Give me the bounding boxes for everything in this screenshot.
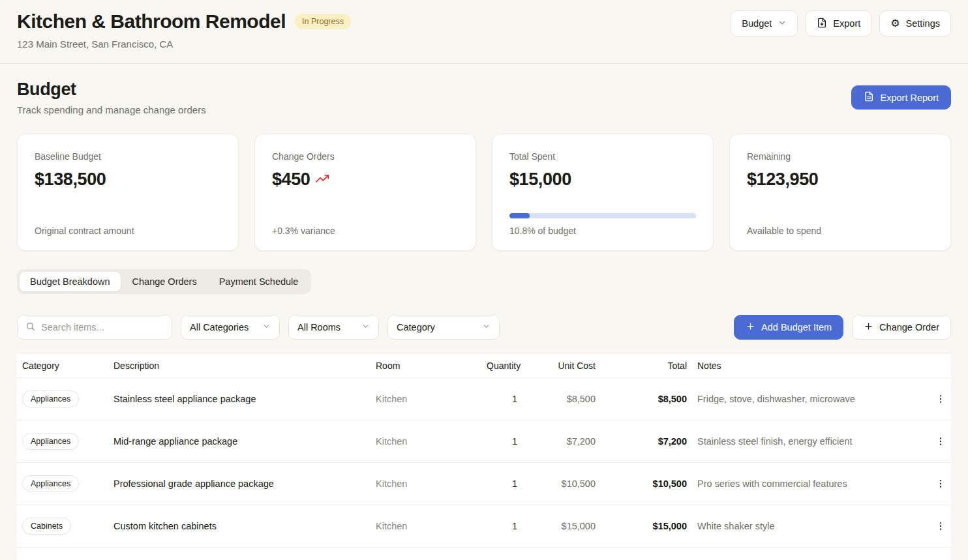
plus-icon [746, 321, 755, 333]
stat-card-change-orders: Change Orders $450 +0.3% variance [254, 134, 476, 251]
chevron-down-icon [262, 322, 271, 332]
stat-label: Total Spent [509, 151, 696, 162]
row-room: Kitchen [371, 394, 481, 404]
stat-label: Change Orders [272, 151, 459, 162]
project-address: 123 Main Street, San Francisco, CA [17, 38, 351, 50]
row-unit-cost: $10,500 [517, 479, 596, 489]
row-menu-button[interactable] [930, 389, 951, 409]
chevron-down-icon [361, 322, 370, 332]
category-badge: Appliances [22, 433, 79, 450]
add-budget-item-button[interactable]: Add Budget Item [734, 315, 843, 340]
row-description: Professional grade appliance package [108, 479, 371, 489]
tab-budget-breakdown[interactable]: Budget Breakdown [20, 272, 121, 291]
stat-value: $450 [272, 169, 310, 190]
stat-card-baseline-budget: Baseline Budget $138,500 Original contra… [17, 134, 239, 251]
row-quantity: 1 [481, 521, 517, 531]
row-room: Kitchen [371, 479, 481, 489]
col-category: Category [17, 361, 108, 371]
group-by-select[interactable]: Category [387, 315, 500, 340]
table-row: Cabinets Semi-custom kitchen cabinets Ki… [17, 548, 951, 560]
categories-select[interactable]: All Categories [181, 315, 280, 340]
export-label: Export [833, 18, 860, 29]
table-row: Appliances Mid-range appliance package K… [17, 420, 951, 463]
stat-caption: 10.8% of budget [509, 226, 696, 236]
add-budget-item-label: Add Budget Item [761, 322, 832, 332]
table-row: Appliances Stainless steel appliance pac… [17, 378, 951, 420]
row-menu-button[interactable] [930, 431, 951, 452]
document-icon [864, 91, 874, 104]
category-badge: Appliances [22, 475, 79, 492]
row-total: $7,200 [596, 436, 687, 447]
search-input[interactable] [41, 322, 164, 332]
change-order-button[interactable]: Change Order [852, 315, 951, 340]
export-report-button[interactable]: Export Report [851, 85, 951, 110]
col-notes: Notes [687, 361, 922, 371]
chevron-down-icon [778, 18, 787, 29]
tab-change-orders[interactable]: Change Orders [122, 272, 207, 291]
stat-caption: Available to spend [747, 226, 933, 236]
row-total: $10,500 [596, 479, 687, 489]
export-report-label: Export Report [881, 93, 939, 103]
stat-value: $138,500 [35, 169, 106, 190]
budget-progress-bar [509, 213, 696, 218]
chevron-down-icon [482, 322, 491, 332]
export-button[interactable]: Export [806, 10, 871, 37]
search-box[interactable] [17, 315, 172, 340]
tab-payment-schedule[interactable]: Payment Schedule [209, 272, 309, 291]
header-left: Kitchen & Bathroom Remodel In Progress 1… [17, 10, 351, 63]
col-room: Room [371, 361, 481, 371]
categories-select-value: All Categories [190, 322, 249, 332]
row-total: $8,500 [596, 394, 687, 404]
file-download-icon [817, 18, 827, 30]
row-room: Kitchen [371, 436, 481, 447]
stat-value: $15,000 [509, 169, 571, 190]
stat-caption: Original contract amount [35, 226, 221, 236]
row-description: Custom kitchen cabinets [108, 521, 371, 531]
change-order-label: Change Order [879, 322, 939, 332]
tabs-wrap: Budget Breakdown Change Orders Payment S… [0, 251, 968, 294]
header-actions: Budget Export ⚙ Settings [731, 10, 951, 63]
category-badge: Appliances [22, 391, 79, 407]
page-subtitle: Track spending and manage change orders [17, 104, 206, 115]
project-title: Kitchen & Bathroom Remodel [17, 10, 286, 33]
budget-progress-fill [509, 213, 530, 218]
col-quantity: Quantity [481, 361, 517, 371]
row-description: Stainless steel appliance package [108, 394, 371, 404]
stat-card-total-spent: Total Spent $15,000 10.8% of budget [492, 134, 714, 251]
search-icon [25, 321, 35, 334]
settings-label: Settings [906, 18, 940, 29]
stat-caption: +0.3% variance [272, 226, 459, 236]
row-unit-cost: $8,500 [517, 394, 596, 404]
page-title: Budget [17, 80, 206, 100]
row-room: Kitchen [371, 521, 481, 531]
row-description: Mid-range appliance package [108, 436, 371, 447]
plus-icon [864, 321, 873, 333]
row-total: $15,000 [596, 521, 687, 531]
col-description: Description [108, 361, 371, 371]
table-header-row: Category Description Room Quantity Unit … [17, 353, 951, 378]
table-row: Appliances Professional grade appliance … [17, 463, 951, 505]
stat-label: Remaining [747, 151, 933, 162]
row-menu-button[interactable] [930, 516, 951, 537]
rooms-select-value: All Rooms [297, 322, 340, 332]
budget-dropdown-button[interactable]: Budget [731, 10, 798, 37]
col-total: Total [596, 361, 687, 371]
stat-cards: Baseline Budget $138,500 Original contra… [0, 115, 968, 251]
status-badge: In Progress [295, 14, 351, 29]
stat-label: Baseline Budget [35, 151, 221, 162]
col-unit-cost: Unit Cost [517, 361, 596, 371]
category-badge: Cabinets [22, 518, 71, 535]
tab-group: Budget Breakdown Change Orders Payment S… [17, 269, 311, 294]
row-notes: White shaker style [687, 521, 922, 531]
settings-button[interactable]: ⚙ Settings [879, 10, 951, 37]
page-head: Budget Track spending and manage change … [0, 64, 968, 115]
row-unit-cost: $7,200 [517, 436, 596, 447]
rooms-select[interactable]: All Rooms [288, 315, 379, 340]
table-row: Cabinets Custom kitchen cabinets Kitchen… [17, 505, 951, 548]
row-quantity: 1 [481, 436, 517, 447]
gear-icon: ⚙ [890, 18, 900, 29]
row-menu-button[interactable] [930, 473, 951, 494]
stat-card-remaining: Remaining $123,950 Available to spend [729, 134, 951, 251]
row-notes: Stainless steel finish, energy efficient [687, 436, 922, 447]
row-notes: Pro series with commercial features [687, 479, 922, 489]
